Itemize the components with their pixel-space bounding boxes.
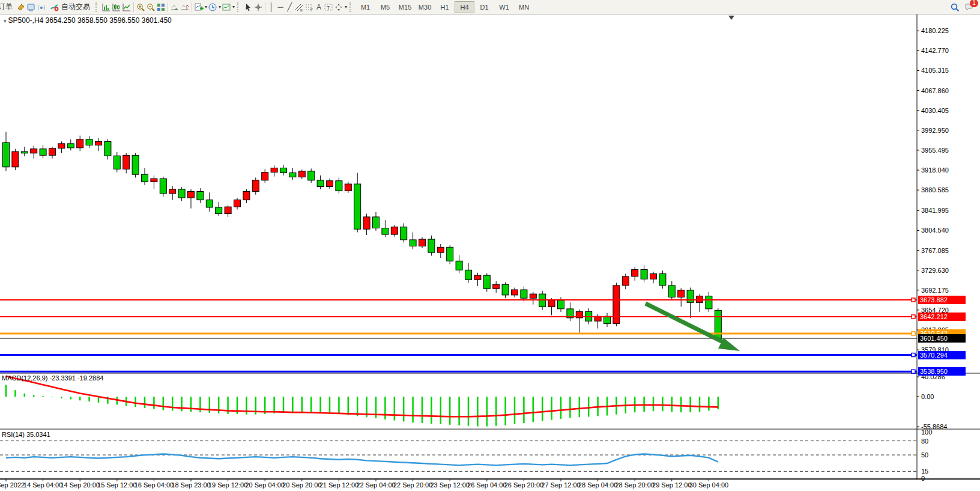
timeframe-M15[interactable]: M15 (395, 1, 415, 13)
autotrading-icon (50, 2, 59, 12)
toolbar-separator (133, 2, 134, 12)
search-icon[interactable] (950, 2, 960, 12)
price-tick-label: 3767.085 (921, 247, 949, 254)
chart-title-twisty[interactable]: ▾ (4, 18, 7, 24)
hline-handle[interactable] (912, 332, 915, 335)
timeframe-toolbar: M1M5M15M30H1H4D1W1MN (355, 1, 534, 13)
candle-body (668, 285, 675, 297)
timeframe-H1[interactable]: H1 (435, 1, 455, 13)
hline-handle[interactable] (912, 315, 915, 319)
timeframe-M1[interactable]: M1 (355, 1, 375, 13)
price-tick-label: 3955.495 (921, 147, 949, 154)
tile-windows-icon[interactable] (156, 2, 166, 12)
candle-body (188, 191, 195, 198)
cursor-icon[interactable] (243, 2, 253, 12)
autotrading-button[interactable]: 自动交易 (47, 1, 93, 14)
date-label: 15 Sep 12:00 (97, 481, 136, 489)
price-tick-label: 4105.315 (921, 67, 949, 74)
periods-caret[interactable]: ▾ (219, 4, 221, 10)
candle-body (447, 247, 453, 261)
candle-body (401, 227, 407, 240)
data-window-icon[interactable] (26, 2, 36, 12)
date-label: 19 Sep 12:00 (208, 481, 247, 489)
new-order-button[interactable]: 订单 (0, 1, 16, 14)
arrows-icon[interactable] (334, 2, 343, 12)
candle-body (410, 240, 416, 246)
toolbar-separator (265, 2, 265, 12)
candle-body (530, 294, 536, 298)
equidistant-channel-icon[interactable]: E (294, 2, 304, 12)
svg-text:T: T (327, 4, 330, 10)
timeframe-D1[interactable]: D1 (474, 1, 494, 13)
candle-body (58, 144, 65, 148)
candle-body (280, 168, 287, 173)
chart-background[interactable] (0, 14, 980, 491)
candle-body (132, 155, 139, 174)
candle-body (308, 171, 315, 180)
candle-body (216, 207, 222, 214)
zoom-in-icon[interactable] (136, 2, 145, 12)
date-label: 20 Sep 04:00 (245, 481, 284, 489)
chart-title: ▾SP500-,H4 3654.250 3658.550 3596.550 36… (4, 16, 172, 25)
toolbar-grip (349, 2, 353, 12)
candle-body (345, 184, 351, 191)
candle-body (271, 168, 277, 172)
new-chart-caret[interactable]: ▾ (205, 4, 207, 10)
templates-icon[interactable] (222, 2, 231, 12)
candle-body (641, 269, 647, 279)
candlestick-chart-icon[interactable] (112, 2, 121, 12)
price-label-3538.950: 3538.950 (918, 367, 966, 376)
date-label: 28 Sep 20:00 (615, 481, 654, 489)
auto-scroll-icon[interactable] (170, 2, 180, 12)
trendline-icon[interactable]: ╱ (285, 2, 294, 11)
price-tick-label: 3729.630 (921, 267, 949, 274)
timeframe-H4[interactable]: H4 (455, 1, 474, 13)
candle-body (678, 290, 685, 297)
hline-handle[interactable] (912, 353, 915, 357)
arrows-caret[interactable]: ▾ (345, 4, 347, 10)
line-chart-icon[interactable] (122, 2, 132, 12)
date-label: 20 Sep 20:00 (282, 481, 321, 489)
candle-body (289, 173, 296, 177)
templates-caret[interactable]: ▾ (232, 4, 235, 10)
price-tick-label: 4180.225 (921, 27, 949, 34)
fibonacci-icon[interactable]: F (304, 2, 314, 12)
vertical-line-icon[interactable]: │ (267, 2, 276, 11)
candle-body (613, 285, 620, 324)
candle-body (104, 141, 111, 156)
periods-icon[interactable] (208, 2, 217, 12)
date-label: 26 Sep 20:00 (504, 481, 543, 489)
timeframe-M30[interactable]: M30 (415, 1, 435, 13)
date-label: 13 Sep 2022 (0, 481, 25, 489)
crosshair-icon[interactable] (253, 2, 263, 12)
timeframe-MN[interactable]: MN (514, 1, 534, 13)
toolbar-separator (168, 2, 168, 12)
price-tick-label: 4030.405 (921, 107, 949, 114)
hline-handle[interactable] (912, 298, 915, 302)
new-chart-icon[interactable] (194, 2, 204, 12)
hline-handle[interactable] (912, 370, 915, 373)
signals-icon[interactable] (37, 2, 46, 12)
text-label-icon[interactable]: T (324, 2, 333, 12)
chart-shift-icon[interactable] (180, 2, 190, 12)
timeframe-M5[interactable]: M5 (375, 1, 395, 13)
candle-body (178, 189, 185, 198)
horizontal-line-icon[interactable]: ─ (276, 2, 285, 11)
timeframe-W1[interactable]: W1 (494, 1, 514, 13)
zoom-out-icon[interactable] (146, 2, 156, 12)
date-label: 28 Sep 04:00 (578, 481, 617, 489)
text-icon[interactable]: A (315, 3, 323, 11)
candle-body (234, 200, 241, 207)
candle-body (632, 269, 638, 276)
price-label-3601.450: 3601.450 (918, 334, 966, 343)
candle-body (77, 139, 83, 148)
bar-chart-icon[interactable] (101, 2, 111, 12)
candle-body (49, 148, 56, 155)
candle-body (67, 144, 74, 148)
candle-body (142, 174, 148, 181)
chart-canvas[interactable] (0, 0, 980, 491)
candle-body (548, 300, 555, 307)
candle-body (21, 151, 28, 153)
market-watch-icon[interactable] (16, 2, 26, 12)
notifications-icon[interactable]: 1 (964, 2, 974, 12)
